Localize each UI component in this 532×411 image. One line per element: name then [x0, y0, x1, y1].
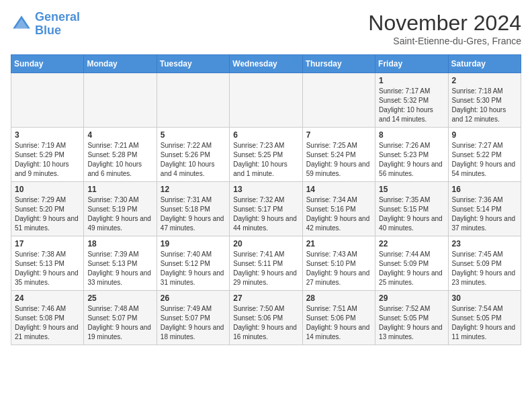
calendar-cell: 19Sunrise: 7:40 AM Sunset: 5:12 PM Dayli…: [157, 236, 229, 291]
weekday-header-saturday: Saturday: [448, 55, 521, 73]
day-info: Sunrise: 7:36 AM Sunset: 5:14 PM Dayligh…: [452, 195, 517, 233]
day-info: Sunrise: 7:22 AM Sunset: 5:26 PM Dayligh…: [161, 141, 226, 179]
month-title: November 2024: [368, 11, 521, 36]
day-number: 29: [379, 293, 444, 303]
day-number: 18: [87, 239, 152, 248]
day-number: 21: [306, 239, 371, 248]
day-info: Sunrise: 7:51 AM Sunset: 5:06 PM Dayligh…: [306, 304, 371, 342]
calendar-cell: 18Sunrise: 7:39 AM Sunset: 5:13 PM Dayli…: [84, 236, 157, 291]
day-info: Sunrise: 7:34 AM Sunset: 5:16 PM Dayligh…: [306, 195, 371, 233]
calendar-header-row: SundayMondayTuesdayWednesdayThursdayFrid…: [11, 55, 521, 73]
day-info: Sunrise: 7:48 AM Sunset: 5:07 PM Dayligh…: [87, 304, 152, 342]
calendar-week-4: 17Sunrise: 7:38 AM Sunset: 5:13 PM Dayli…: [11, 236, 521, 291]
day-number: 19: [161, 239, 226, 248]
day-number: 12: [161, 185, 226, 194]
weekday-header-wednesday: Wednesday: [230, 55, 302, 73]
logo-line1: General: [35, 10, 80, 24]
day-info: Sunrise: 7:39 AM Sunset: 5:13 PM Dayligh…: [87, 250, 152, 287]
day-info: Sunrise: 7:41 AM Sunset: 5:11 PM Dayligh…: [233, 250, 298, 287]
day-number: 5: [161, 130, 226, 140]
day-number: 30: [452, 293, 517, 303]
day-number: 14: [306, 185, 371, 194]
day-info: Sunrise: 7:32 AM Sunset: 5:17 PM Dayligh…: [233, 195, 298, 233]
calendar-week-5: 24Sunrise: 7:46 AM Sunset: 5:08 PM Dayli…: [11, 291, 521, 345]
calendar-cell: 12Sunrise: 7:31 AM Sunset: 5:18 PM Dayli…: [157, 182, 229, 236]
day-number: 10: [15, 185, 80, 194]
calendar-cell: 16Sunrise: 7:36 AM Sunset: 5:14 PM Dayli…: [448, 182, 521, 236]
calendar-cell: 17Sunrise: 7:38 AM Sunset: 5:13 PM Dayli…: [11, 236, 84, 291]
calendar-cell: 23Sunrise: 7:45 AM Sunset: 5:09 PM Dayli…: [448, 236, 521, 291]
day-info: Sunrise: 7:18 AM Sunset: 5:30 PM Dayligh…: [452, 87, 517, 124]
calendar-cell: 21Sunrise: 7:43 AM Sunset: 5:10 PM Dayli…: [302, 236, 375, 291]
day-number: 28: [306, 293, 371, 303]
day-info: Sunrise: 7:19 AM Sunset: 5:29 PM Dayligh…: [15, 141, 80, 179]
day-number: 11: [87, 185, 152, 194]
calendar-cell: 28Sunrise: 7:51 AM Sunset: 5:06 PM Dayli…: [302, 291, 375, 345]
day-number: 1: [379, 76, 444, 85]
calendar-cell: 1Sunrise: 7:17 AM Sunset: 5:32 PM Daylig…: [375, 73, 448, 128]
day-info: Sunrise: 7:26 AM Sunset: 5:23 PM Dayligh…: [379, 141, 444, 179]
day-number: 25: [87, 293, 152, 303]
day-number: 17: [15, 239, 80, 248]
day-number: 16: [452, 185, 517, 194]
logo-icon: [11, 13, 32, 35]
calendar-cell: 30Sunrise: 7:54 AM Sunset: 5:05 PM Dayli…: [448, 291, 521, 345]
day-number: 26: [161, 293, 226, 303]
day-info: Sunrise: 7:25 AM Sunset: 5:24 PM Dayligh…: [306, 141, 371, 179]
day-info: Sunrise: 7:27 AM Sunset: 5:22 PM Dayligh…: [452, 141, 517, 179]
calendar-cell: 7Sunrise: 7:25 AM Sunset: 5:24 PM Daylig…: [302, 128, 375, 182]
title-block: November 2024 Saint-Etienne-du-Gres, Fra…: [368, 11, 521, 46]
calendar-cell: 13Sunrise: 7:32 AM Sunset: 5:17 PM Dayli…: [230, 182, 302, 236]
calendar-cell: [84, 73, 157, 128]
day-number: 6: [233, 130, 298, 140]
day-info: Sunrise: 7:40 AM Sunset: 5:12 PM Dayligh…: [161, 250, 226, 287]
day-number: 7: [306, 130, 371, 140]
calendar-cell: [302, 73, 375, 128]
calendar-cell: 22Sunrise: 7:44 AM Sunset: 5:09 PM Dayli…: [375, 236, 448, 291]
day-number: 24: [15, 293, 80, 303]
calendar-cell: 15Sunrise: 7:35 AM Sunset: 5:15 PM Dayli…: [375, 182, 448, 236]
calendar-cell: 20Sunrise: 7:41 AM Sunset: 5:11 PM Dayli…: [230, 236, 302, 291]
day-info: Sunrise: 7:52 AM Sunset: 5:05 PM Dayligh…: [379, 304, 444, 342]
day-info: Sunrise: 7:29 AM Sunset: 5:20 PM Dayligh…: [15, 195, 80, 233]
calendar-cell: 5Sunrise: 7:22 AM Sunset: 5:26 PM Daylig…: [157, 128, 229, 182]
day-number: 13: [233, 185, 298, 194]
day-info: Sunrise: 7:17 AM Sunset: 5:32 PM Dayligh…: [379, 87, 444, 124]
day-info: Sunrise: 7:46 AM Sunset: 5:08 PM Dayligh…: [15, 304, 80, 342]
weekday-header-tuesday: Tuesday: [157, 55, 229, 73]
day-info: Sunrise: 7:23 AM Sunset: 5:25 PM Dayligh…: [233, 141, 298, 179]
calendar-cell: [157, 73, 229, 128]
calendar-week-2: 3Sunrise: 7:19 AM Sunset: 5:29 PM Daylig…: [11, 128, 521, 182]
calendar-cell: [230, 73, 302, 128]
day-number: 27: [233, 293, 298, 303]
day-info: Sunrise: 7:54 AM Sunset: 5:05 PM Dayligh…: [452, 304, 517, 342]
logo-text: General Blue: [35, 11, 80, 38]
calendar-table: SundayMondayTuesdayWednesdayThursdayFrid…: [11, 54, 521, 345]
day-info: Sunrise: 7:21 AM Sunset: 5:28 PM Dayligh…: [87, 141, 152, 179]
day-number: 4: [87, 130, 152, 140]
calendar-cell: [11, 73, 84, 128]
day-number: 20: [233, 239, 298, 248]
calendar-cell: 3Sunrise: 7:19 AM Sunset: 5:29 PM Daylig…: [11, 128, 84, 182]
day-number: 3: [15, 130, 80, 140]
logo-line2: Blue: [35, 24, 61, 37]
logo: General Blue: [11, 11, 80, 38]
day-info: Sunrise: 7:38 AM Sunset: 5:13 PM Dayligh…: [15, 250, 80, 287]
day-number: 8: [379, 130, 444, 140]
calendar-week-3: 10Sunrise: 7:29 AM Sunset: 5:20 PM Dayli…: [11, 182, 521, 236]
day-number: 23: [452, 239, 517, 248]
location-subtitle: Saint-Etienne-du-Gres, France: [368, 36, 521, 46]
weekday-header-friday: Friday: [375, 55, 448, 73]
page-header: General Blue November 2024 Saint-Etienne…: [11, 11, 521, 46]
calendar-cell: 9Sunrise: 7:27 AM Sunset: 5:22 PM Daylig…: [448, 128, 521, 182]
calendar-cell: 4Sunrise: 7:21 AM Sunset: 5:28 PM Daylig…: [84, 128, 157, 182]
day-number: 22: [379, 239, 444, 248]
calendar-week-1: 1Sunrise: 7:17 AM Sunset: 5:32 PM Daylig…: [11, 73, 521, 128]
calendar-cell: 2Sunrise: 7:18 AM Sunset: 5:30 PM Daylig…: [448, 73, 521, 128]
day-info: Sunrise: 7:35 AM Sunset: 5:15 PM Dayligh…: [379, 195, 444, 233]
day-number: 2: [452, 76, 517, 85]
calendar-cell: 11Sunrise: 7:30 AM Sunset: 5:19 PM Dayli…: [84, 182, 157, 236]
weekday-header-thursday: Thursday: [302, 55, 375, 73]
day-info: Sunrise: 7:31 AM Sunset: 5:18 PM Dayligh…: [161, 195, 226, 233]
day-info: Sunrise: 7:45 AM Sunset: 5:09 PM Dayligh…: [452, 250, 517, 287]
